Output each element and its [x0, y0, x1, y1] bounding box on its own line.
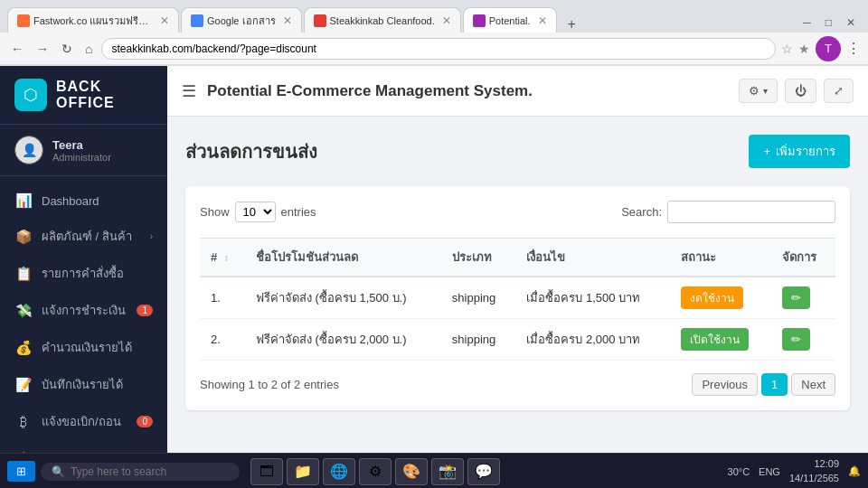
- tab-3-favicon: [314, 14, 326, 27]
- data-table: # ↕ ชื่อโปรโมชันส่วนลด ประเภท เงื่อนไข ส…: [200, 238, 835, 361]
- topbar-title: Potential E-Commerce Management System.: [207, 82, 728, 100]
- taskbar-search-input[interactable]: [71, 465, 215, 478]
- cell-type: shipping: [441, 319, 515, 361]
- taskbar-app-3[interactable]: 🌐: [323, 458, 355, 485]
- plus-icon: +: [763, 145, 770, 158]
- sidebar-item-income[interactable]: 💰 คำนวณเงินรายได้: [0, 329, 167, 366]
- refresh-button[interactable]: ↻: [58, 40, 76, 58]
- cell-name: ฟรีค่าจัดส่ง (ซื้อครบ 2,000 บ.): [245, 319, 441, 361]
- entries-select[interactable]: 10 25 50: [235, 202, 276, 222]
- taskbar-app-1[interactable]: 🗔: [250, 458, 283, 485]
- tab-2-close[interactable]: ✕: [283, 14, 292, 27]
- new-tab-button[interactable]: +: [561, 16, 583, 33]
- sidebar-item-withdraw-list[interactable]: 📤 รายการเบิก/ถอน: [0, 440, 167, 453]
- next-button[interactable]: Next: [791, 373, 835, 396]
- tab-1-close[interactable]: ✕: [160, 14, 169, 27]
- star-icon[interactable]: ★: [798, 42, 810, 56]
- prev-button[interactable]: Previous: [692, 373, 758, 396]
- sidebar-item-label: รายการเบิก/ถอน: [42, 449, 153, 453]
- topbar: ☰ Potential E-Commerce Management System…: [167, 66, 868, 117]
- sidebar-item-withdraw[interactable]: ₿ แจ้งขอเบิก/ถอน 0: [0, 403, 167, 440]
- income-record-icon: 📝: [14, 377, 33, 393]
- power-button[interactable]: ⏻: [785, 79, 816, 103]
- tab-3-close[interactable]: ✕: [442, 14, 451, 27]
- settings-button[interactable]: ⚙ ▾: [739, 79, 778, 103]
- tab-4[interactable]: Potential. ✕: [463, 7, 557, 33]
- payments-badge: 1: [137, 305, 153, 316]
- taskbar-time: 12:09 14/11/2565: [789, 457, 839, 485]
- tab-2[interactable]: Google เอกสาร ✕: [181, 7, 302, 33]
- taskbar-language: ENG: [759, 466, 780, 477]
- taskbar-app-4[interactable]: ⚙: [359, 458, 392, 485]
- sidebar-item-label: บันทึกเงินรายได้: [42, 375, 153, 394]
- close-button[interactable]: ✕: [839, 13, 863, 33]
- cell-type: shipping: [441, 277, 515, 319]
- tab-3[interactable]: Steakkinkab Cleanfood. ✕: [304, 7, 461, 33]
- sidebar-nav: 📊 Dashboard 📦 ผลิตภัณฑ์ / สินค้า › 📋 ราย…: [0, 176, 167, 453]
- more-options-icon[interactable]: ⋮: [846, 40, 861, 57]
- taskbar-app-2[interactable]: 📁: [287, 458, 319, 485]
- address-input[interactable]: [101, 38, 776, 60]
- tab-1-title: Fastwork.co แผนรวมฟรีแลนซ์คุณ...: [33, 13, 153, 29]
- minimize-button[interactable]: ─: [796, 13, 818, 33]
- table-controls: Show 10 25 50 entries Search:: [200, 201, 835, 223]
- sidebar-item-dashboard[interactable]: 📊 Dashboard: [0, 183, 167, 218]
- search-input[interactable]: [667, 201, 835, 223]
- showing-text: Showing 1 to 2 of 2 entries: [200, 378, 339, 391]
- user-details: Teera Administrator: [52, 138, 111, 163]
- user-profile-icon[interactable]: T: [816, 36, 841, 61]
- taskbar-app-6[interactable]: 📸: [431, 458, 464, 485]
- page-title: ส่วนลดการขนส่ง: [185, 137, 317, 166]
- cell-condition: เมื่อซื้อครบ 2,000 บาท: [515, 319, 669, 361]
- notification-icon[interactable]: 🔔: [848, 465, 861, 477]
- sidebar-item-orders[interactable]: 📋 รายการคำสั่งซื้อ: [0, 255, 167, 292]
- table-row: 1. ฟรีค่าจัดส่ง (ซื้อครบ 1,500 บ.) shipp…: [200, 277, 835, 319]
- pagination: Previous 1 Next: [692, 373, 835, 396]
- user-role: Administrator: [52, 152, 111, 163]
- taskbar: ⊞ 🔍 🗔 📁 🌐 ⚙ 🎨 📸 💬 30°C ENG 12:09 14/11/2…: [0, 453, 868, 488]
- fullscreen-button[interactable]: ⤢: [824, 79, 854, 103]
- search-box: Search:: [621, 201, 835, 223]
- table-header-row: # ↕ ชื่อโปรโมชันส่วนลด ประเภท เงื่อนไข ส…: [200, 239, 835, 277]
- sort-icon: ↕: [224, 253, 229, 263]
- cell-status: เปิดใช้งาน: [670, 319, 772, 361]
- page-header: ส่วนลดการขนส่ง + เพิ่มรายการ: [185, 135, 850, 168]
- taskbar-app-7[interactable]: 💬: [467, 458, 500, 485]
- tab-4-close[interactable]: ✕: [538, 14, 547, 27]
- maximize-button[interactable]: □: [818, 13, 839, 33]
- start-button[interactable]: ⊞: [7, 461, 35, 482]
- tab-2-favicon: [191, 14, 203, 27]
- tab-4-title: Potential.: [489, 15, 531, 26]
- date-display: 14/11/2565: [789, 472, 839, 485]
- taskbar-search: 🔍: [41, 463, 240, 481]
- bookmark-icon[interactable]: ☆: [781, 42, 793, 56]
- withdraw-icon: ₿: [14, 414, 33, 429]
- col-condition: เงื่อนไข: [515, 239, 669, 277]
- sidebar-item-income-record[interactable]: 📝 บันทึกเงินรายได้: [0, 366, 167, 403]
- edit-icon: ✏: [791, 291, 801, 305]
- app-container: ⬡ BACK OFFICE 👤 Teera Administrator 📊 Da…: [0, 66, 868, 453]
- menu-toggle-icon[interactable]: ☰: [182, 81, 196, 101]
- home-button[interactable]: ⌂: [81, 40, 96, 58]
- tab-1[interactable]: Fastwork.co แผนรวมฟรีแลนซ์คุณ... ✕: [7, 7, 179, 33]
- sidebar-item-products[interactable]: 📦 ผลิตภัณฑ์ / สินค้า ›: [0, 218, 167, 255]
- page-1-button[interactable]: 1: [761, 373, 788, 396]
- taskbar-app-5[interactable]: 🎨: [395, 458, 428, 485]
- search-label: Search:: [621, 205, 662, 219]
- col-type: ประเภท: [441, 239, 515, 277]
- tab-4-favicon: [473, 14, 486, 27]
- table-footer: Showing 1 to 2 of 2 entries Previous 1 N…: [200, 373, 835, 396]
- sidebar-item-label: คำนวณเงินรายได้: [42, 338, 153, 357]
- logo-text: BACK OFFICE: [56, 79, 153, 111]
- edit-button-1[interactable]: ✏: [782, 286, 810, 309]
- sidebar-item-payments[interactable]: 💸 แจ้งการชำระเงิน 1: [0, 292, 167, 329]
- show-label: Show: [200, 205, 230, 219]
- user-info: 👤 Teera Administrator: [0, 125, 167, 176]
- back-button[interactable]: ←: [7, 40, 27, 58]
- edit-button-2[interactable]: ✏: [782, 328, 810, 351]
- taskbar-apps: 🗔 📁 🌐 ⚙ 🎨 📸 💬: [250, 458, 500, 485]
- cell-condition: เมื่อซื้อครบ 1,500 บาท: [515, 277, 669, 319]
- add-button[interactable]: + เพิ่มรายการ: [749, 135, 850, 168]
- forward-button[interactable]: →: [33, 40, 52, 58]
- col-action: จัดการ: [771, 239, 835, 277]
